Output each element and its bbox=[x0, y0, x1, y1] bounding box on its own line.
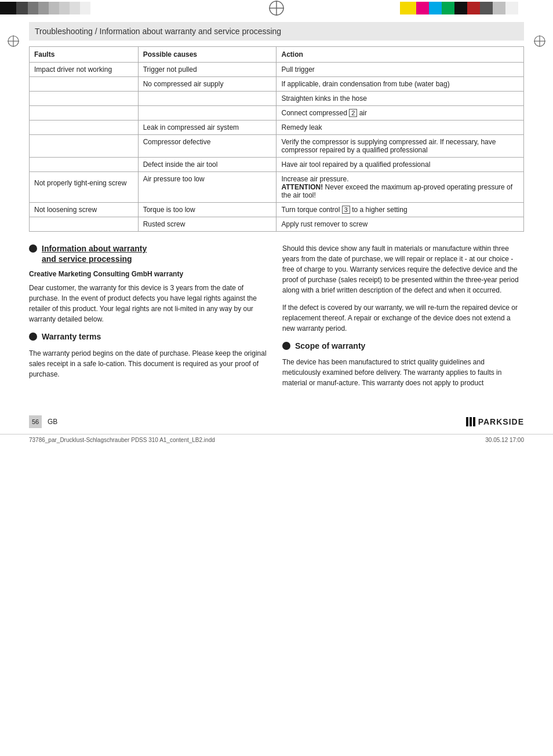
table-row: No compressed air supply If applicable, … bbox=[30, 77, 524, 92]
scope-warranty-body: The device has been manufactured to stri… bbox=[282, 357, 524, 388]
page-header: Troubleshooting / Information about warr… bbox=[29, 22, 524, 41]
swatch-7 bbox=[70, 2, 80, 14]
action-cell: Increase air pressure. ATTENTION! Never … bbox=[276, 172, 524, 203]
cmcg-warranty-body: Dear customer, the warranty for this dev… bbox=[29, 283, 271, 324]
table-row: Rusted screw Apply rust remover to screw bbox=[30, 217, 524, 232]
fault-cell: Impact driver not working bbox=[30, 63, 139, 77]
action-cell: Apply rust remover to screw bbox=[276, 217, 524, 232]
subsection-title-cmcg: Creative Marketing Consulting GmbH warra… bbox=[29, 270, 271, 278]
page-footer: 56 GB PARKSIDE bbox=[0, 412, 553, 431]
bottom-info-bar: 73786_par_Drucklust-Schlagschrauber PDSS… bbox=[0, 434, 553, 445]
table-row: Leak in compressed air system Remedy lea… bbox=[30, 120, 524, 135]
left-column: Information about warrantyand service pr… bbox=[29, 243, 271, 395]
fault-cell bbox=[30, 120, 139, 135]
stripe-3 bbox=[473, 417, 475, 426]
warranty-terms-body: The warranty period begins on the date o… bbox=[29, 348, 271, 379]
scope-warranty-header: Scope of warranty bbox=[282, 341, 524, 351]
badge-2: 2 bbox=[349, 109, 357, 117]
action-cell: Remedy leak bbox=[276, 120, 524, 135]
swatch-5 bbox=[49, 2, 59, 14]
swatch-magenta bbox=[416, 2, 429, 14]
footer-left: 56 GB bbox=[29, 415, 57, 428]
date-label: 30.05.12 17:00 bbox=[485, 437, 524, 443]
table-row: Not properly tight-ening screw Air press… bbox=[30, 172, 524, 203]
cause-cell: Leak in compressed air system bbox=[138, 120, 276, 135]
stripe-2 bbox=[470, 417, 472, 426]
action-cell: Connect compressed 2 air bbox=[276, 106, 524, 120]
table-row: Compressor defective Verify the compress… bbox=[30, 135, 524, 158]
swatch-red bbox=[467, 2, 480, 14]
table-row: Defect inside the air tool Have air tool… bbox=[30, 158, 524, 172]
swatch-black bbox=[454, 2, 467, 14]
swatch-3 bbox=[28, 2, 38, 14]
fault-cell: Not loosening screw bbox=[30, 203, 139, 217]
swatch-8 bbox=[80, 2, 90, 14]
brand-logo: PARKSIDE bbox=[466, 417, 524, 426]
action-cell: Pull trigger bbox=[276, 63, 524, 77]
section-dot-scope bbox=[282, 342, 290, 350]
action-cell: Straighten kinks in the hose bbox=[276, 92, 524, 106]
cause-cell: Rusted screw bbox=[138, 217, 276, 232]
swatch-2 bbox=[16, 2, 28, 14]
center-crosshair bbox=[243, 0, 310, 16]
filename-label: 73786_par_Drucklust-Schlagschrauber PDSS… bbox=[29, 437, 215, 443]
swatch-1 bbox=[0, 2, 16, 14]
fault-cell bbox=[30, 135, 139, 158]
stripe-1 bbox=[466, 417, 468, 426]
col-header-faults: Faults bbox=[30, 47, 139, 63]
right-col-para1: Should this device show any fault in mat… bbox=[282, 243, 524, 295]
two-column-section: Information about warrantyand service pr… bbox=[29, 243, 524, 395]
cause-cell: Torque is too low bbox=[138, 203, 276, 217]
action-cell: If applicable, drain condensation from t… bbox=[276, 77, 524, 92]
cause-cell: Trigger not pulled bbox=[138, 63, 276, 77]
cause-cell: No compressed air supply bbox=[138, 77, 276, 92]
fault-cell: Not properly tight-ening screw bbox=[30, 172, 139, 203]
troubleshooting-table: Faults Possible causes Action Impact dri… bbox=[29, 46, 524, 232]
fault-cell bbox=[30, 92, 139, 106]
cause-cell bbox=[138, 106, 276, 120]
page-title: Troubleshooting / Information about warr… bbox=[35, 27, 281, 36]
fault-cell bbox=[30, 158, 139, 172]
attention-label: ATTENTION! bbox=[281, 183, 323, 191]
table-row: Connect compressed 2 air bbox=[30, 106, 524, 120]
table-row: Straighten kinks in the hose bbox=[30, 92, 524, 106]
warranty-section-title: Information about warrantyand service pr… bbox=[42, 243, 147, 264]
top-color-bar bbox=[0, 0, 553, 16]
warranty-section-header: Information about warrantyand service pr… bbox=[29, 243, 271, 264]
brand-name: PARKSIDE bbox=[478, 417, 524, 426]
swatch-yellow bbox=[400, 2, 416, 14]
left-color-swatches bbox=[0, 0, 243, 16]
page-number: 56 bbox=[32, 418, 39, 425]
swatch-darkgray bbox=[480, 2, 493, 14]
action-cell: Have air tool repaired by a qualified pr… bbox=[276, 158, 524, 172]
locale-label: GB bbox=[48, 418, 57, 426]
table-row: Not loosening screw Torque is too low Tu… bbox=[30, 203, 524, 217]
swatch-silver bbox=[493, 2, 505, 14]
left-crosshair-mark bbox=[7, 35, 20, 49]
cause-cell: Defect inside the air tool bbox=[138, 158, 276, 172]
swatch-6 bbox=[59, 2, 70, 14]
brand-stripes bbox=[466, 417, 475, 426]
right-color-swatches bbox=[310, 0, 553, 16]
fault-cell bbox=[30, 77, 139, 92]
scope-warranty-title: Scope of warranty bbox=[295, 341, 365, 351]
right-column: Should this device show any fault in mat… bbox=[282, 243, 524, 395]
action-cell: Verify the compressor is supplying compr… bbox=[276, 135, 524, 158]
warranty-terms-title: Warranty terms bbox=[42, 331, 101, 342]
action-cell: Turn torque control 3 to a higher settin… bbox=[276, 203, 524, 217]
swatch-lightgray bbox=[505, 2, 518, 14]
right-col-para2: If the defect is covered by our warranty… bbox=[282, 302, 524, 334]
cause-cell bbox=[138, 92, 276, 106]
swatch-4 bbox=[38, 2, 49, 14]
swatch-cyan bbox=[429, 2, 442, 14]
cause-cell: Compressor defective bbox=[138, 135, 276, 158]
warranty-terms-header: Warranty terms bbox=[29, 331, 271, 342]
badge-3: 3 bbox=[342, 206, 350, 214]
col-header-causes: Possible causes bbox=[138, 47, 276, 63]
fault-cell bbox=[30, 106, 139, 120]
col-header-action: Action bbox=[276, 47, 524, 63]
cause-cell: Air pressure too low bbox=[138, 172, 276, 203]
swatch-green bbox=[442, 2, 454, 14]
section-dot-warranty bbox=[29, 244, 37, 253]
section-dot-terms bbox=[29, 333, 37, 341]
